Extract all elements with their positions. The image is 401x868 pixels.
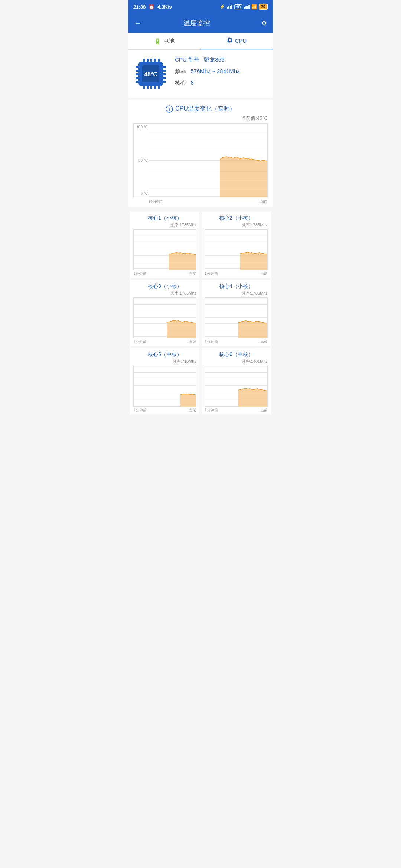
alarm-icon: ⏰ [149,4,154,10]
cpu-details: CPU 型号 骁龙855 频率 576Mhz ~ 2841Mhz 核心 8 [175,56,267,91]
svg-rect-32 [147,86,149,89]
cpu-chip-svg: 45°C [134,57,167,91]
cpu-info-card: 45°C CPU 型号 骁龙855 频率 576Mhz ~ 2841Mhz 核心… [128,50,273,98]
svg-rect-24 [163,77,166,79]
app-title: 温度监控 [133,19,261,27]
svg-rect-27 [147,59,149,62]
y-50: 50 °C [134,158,148,162]
svg-marker-44 [180,394,196,406]
svg-rect-19 [136,77,138,79]
core-1-box [133,229,196,270]
svg-marker-41 [240,252,268,270]
signal-bars [227,5,232,9]
main-chart-section: 🌡 CPU温度变化（实时） 当前值:45°C 100 °C 50 °C 0 °C [128,100,273,207]
core-3-x: 1分钟前 当前 [133,339,196,345]
svg-rect-16 [136,66,138,68]
svg-rect-29 [154,59,156,62]
core-2-chart: 核心2（小核） 频率:1785Mhz 1分钟前 当前 [202,212,271,278]
core-3-freq: 频率:1785Mhz [133,290,196,296]
core-6-title: 核心6（中核） [205,351,268,358]
svg-marker-40 [169,253,196,270]
svg-rect-17 [136,70,138,72]
y-axis: 100 °C 50 °C 0 °C [134,124,149,197]
svg-rect-28 [150,59,152,62]
svg-marker-43 [238,321,267,338]
cpu-freq-value: 576Mhz ~ 2841Mhz [191,68,240,74]
core-6-chart: 核心6（中核） 频率:1401Mhz 1分钟前 当前 [202,348,271,414]
thermometer-icon: 🌡 [166,105,173,113]
signal-bars-2 [244,5,250,9]
svg-rect-35 [158,86,160,89]
core-2-freq: 频率:1785Mhz [205,222,268,228]
speed: 4.3K/s [157,4,172,10]
settings-button[interactable]: ⚙ [261,19,267,27]
cpu-model-label: CPU 型号 [175,56,199,63]
svg-rect-23 [163,73,166,75]
main-chart-container: 100 °C 50 °C 0 °C [133,123,268,197]
main-chart-svg [149,124,267,197]
core-1-title: 核心1（小核） [133,215,196,221]
svg-rect-30 [158,59,160,62]
tab-battery[interactable]: 🔋 电池 [128,33,200,49]
battery-tab-label: 电池 [163,37,175,45]
core-charts-grid: 核心1（小核） 频率:1785Mhz 1分钟前 当前 核心2（小核） 频率:17… [128,210,273,417]
y-0: 0 °C [134,191,148,195]
status-right: ⚡ HD 📶 70 [219,4,268,10]
core-5-title: 核心5（中核） [133,351,196,358]
tab-cpu[interactable]: CPU [200,33,273,49]
svg-rect-20 [136,81,138,83]
cpu-model-row: CPU 型号 骁龙855 [175,56,267,63]
core-4-title: 核心4（小核） [205,283,268,290]
core-1-chart: 核心1（小核） 频率:1785Mhz 1分钟前 当前 [130,212,199,278]
cpu-freq-row: 频率 576Mhz ~ 2841Mhz [175,68,267,75]
cpu-freq-label: 频率 [175,68,186,74]
x-axis-labels: 1分钟前 当前 [133,199,268,204]
cpu-core-row: 核心 8 [175,79,267,86]
battery-tab-icon: 🔋 [154,38,161,45]
core-6-freq: 频率:1401Mhz [205,359,268,364]
wifi-icon: 📶 [251,4,257,9]
cpu-tab-label: CPU [235,37,247,44]
cpu-core-value: 8 [191,79,194,86]
status-bar: 21:38 ⏰ 4.3K/s ⚡ HD 📶 70 [128,0,273,13]
cpu-model-value: 骁龙855 [204,56,224,63]
x-right: 当前 [259,199,267,204]
svg-rect-18 [136,73,138,75]
core-4-x: 1分钟前 当前 [205,339,268,345]
core-4-chart: 核心4（小核） 频率:1785Mhz 1分钟前 当前 [202,280,271,346]
svg-marker-42 [167,320,196,338]
core-3-chart: 核心3（小核） 频率:1785Mhz 1分钟前 当前 [130,280,199,346]
main-chart-title: 🌡 CPU温度变化（实时） [133,105,268,113]
core-5-box [133,366,196,407]
y-100: 100 °C [134,125,148,129]
core-2-x: 1分钟前 当前 [205,271,268,276]
x-left: 1分钟前 [148,199,163,204]
chart-area [149,124,267,197]
hd-icon: HD [234,4,242,9]
core-4-freq: 频率:1785Mhz [205,290,268,296]
cpu-tab-icon [227,37,233,44]
time: 21:38 [133,4,146,10]
core-5-x: 1分钟前 当前 [133,408,196,413]
svg-rect-1 [229,39,231,41]
svg-rect-25 [163,81,166,83]
svg-rect-26 [143,59,145,62]
core-1-x: 1分钟前 当前 [133,271,196,276]
core-3-title: 核心3（小核） [133,283,196,290]
app-bar: ← 温度监控 ⚙ [128,13,273,33]
core-2-box [205,229,268,270]
svg-text:🌡: 🌡 [167,107,171,111]
core-4-box [205,297,268,338]
core-5-freq: 频率:710Mhz [133,359,196,364]
chart-current-value: 当前值:45°C [133,115,268,122]
cpu-core-label: 核心 [175,79,186,86]
svg-marker-45 [238,388,267,406]
tab-bar: 🔋 电池 CPU [128,33,273,50]
core-1-freq: 频率:1785Mhz [133,222,196,228]
battery-indicator: 70 [259,4,268,10]
svg-rect-31 [143,86,145,89]
svg-marker-39 [220,157,267,197]
core-5-chart: 核心5（中核） 频率:710Mhz 1分钟前 当前 [130,348,199,414]
svg-text:45°C: 45°C [144,71,157,78]
core-3-box [133,297,196,338]
